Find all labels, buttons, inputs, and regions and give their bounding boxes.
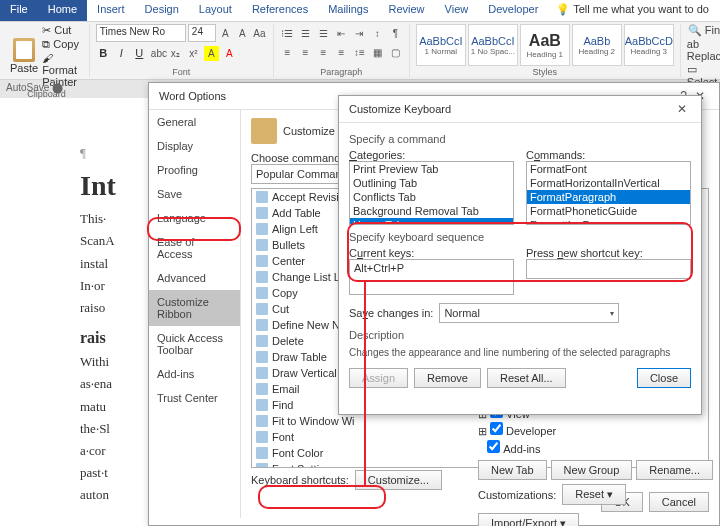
nav-general[interactable]: General	[149, 110, 240, 134]
ck-command-item[interactable]: FormatHorizontalInVertical	[527, 176, 690, 190]
font-group-label: Font	[172, 66, 190, 77]
save-changes-combo[interactable]: Normal	[439, 303, 619, 323]
grow-font-icon[interactable]: A	[218, 26, 233, 41]
style-heading3[interactable]: AaBbCcDHeading 3	[624, 24, 674, 66]
tab-mailings[interactable]: Mailings	[318, 0, 378, 21]
align-center-icon[interactable]: ≡	[298, 45, 313, 60]
import-export-button[interactable]: Import/Export ▾	[478, 513, 579, 526]
strike-icon[interactable]: abc	[150, 46, 165, 61]
word-options-title: Word Options	[159, 90, 226, 102]
current-keys-box[interactable]: Alt+Ctrl+P	[349, 259, 514, 295]
customize-keyboard-dialog: Customize Keyboard ✕ Specify a command C…	[338, 95, 702, 415]
justify-icon[interactable]: ≡	[334, 45, 349, 60]
new-tab-button[interactable]: New Tab	[478, 460, 547, 480]
save-changes-label: Save changes in:	[349, 307, 433, 319]
cut-button[interactable]: ✂ Cut	[42, 24, 83, 37]
check-developer[interactable]	[490, 422, 503, 435]
align-left-icon[interactable]: ≡	[280, 45, 295, 60]
cancel-button[interactable]: Cancel	[649, 492, 709, 512]
line-spacing-icon[interactable]: ↕≡	[352, 45, 367, 60]
specify-command-label: Specify a command	[349, 133, 691, 145]
nav-ease[interactable]: Ease of Access	[149, 230, 240, 266]
shrink-font-icon[interactable]: A	[235, 26, 250, 41]
categories-listbox[interactable]: Print Preview TabOutlining TabConflicts …	[349, 161, 514, 225]
pilcrow-icon[interactable]: ¶	[388, 26, 403, 41]
nav-trust[interactable]: Trust Center	[149, 386, 240, 410]
nav-customize-ribbon[interactable]: Customize Ribbon	[149, 290, 240, 326]
ribbon-tabs: File Home Insert Design Layout Reference…	[0, 0, 720, 22]
bold-icon[interactable]: B	[96, 46, 111, 61]
rename-button[interactable]: Rename...	[636, 460, 713, 480]
superscript-icon[interactable]: x²	[186, 46, 201, 61]
reset-button[interactable]: Reset ▾	[562, 484, 626, 505]
reset-all-button[interactable]: Reset All...	[487, 368, 566, 388]
replace-button[interactable]: ab Replace	[687, 38, 720, 62]
font-color-icon[interactable]: A	[222, 46, 237, 61]
ck-close-button[interactable]: Close	[637, 368, 691, 388]
nav-qat[interactable]: Quick Access Toolbar	[149, 326, 240, 362]
category-item[interactable]: Home Tab	[350, 218, 513, 225]
styles-gallery[interactable]: AaBbCcI1 Normal AaBbCcI1 No Spac... AaBH…	[416, 24, 674, 66]
indent-right-icon[interactable]: ⇥	[352, 26, 367, 41]
tab-design[interactable]: Design	[135, 0, 189, 21]
ck-command-item[interactable]: FormatPhoneticGuide	[527, 204, 690, 218]
assign-button: Assign	[349, 368, 408, 388]
tab-developer[interactable]: Developer	[478, 0, 548, 21]
multilevel-icon[interactable]: ☰	[316, 26, 331, 41]
customize-button[interactable]: Customize...	[355, 470, 442, 490]
ck-close-icon[interactable]: ✕	[673, 102, 691, 116]
tab-review[interactable]: Review	[379, 0, 435, 21]
customizations-label: Customizations:	[478, 489, 556, 501]
tell-me-search[interactable]: 💡 Tell me what you want to do	[548, 0, 720, 21]
font-name-select[interactable]: Times New Ro	[96, 24, 186, 42]
tab-references[interactable]: References	[242, 0, 318, 21]
description-label: Description	[349, 329, 691, 341]
category-item[interactable]: Print Preview Tab	[350, 162, 513, 176]
ck-command-item[interactable]: FormatFont	[527, 162, 690, 176]
subscript-icon[interactable]: x₂	[168, 46, 183, 61]
ck-command-item[interactable]: FormattingPane	[527, 218, 690, 225]
word-options-nav: General Display Proofing Save Language E…	[149, 110, 241, 518]
italic-icon[interactable]: I	[114, 46, 129, 61]
font-size-select[interactable]: 24	[188, 24, 216, 42]
new-key-input[interactable]	[526, 259, 691, 279]
nav-language[interactable]: Language	[149, 206, 240, 230]
category-item[interactable]: Background Removal Tab	[350, 204, 513, 218]
numbering-icon[interactable]: ☰	[298, 26, 313, 41]
change-case-icon[interactable]: Aa	[252, 26, 267, 41]
copy-button[interactable]: ⧉ Copy	[42, 38, 83, 51]
nav-save[interactable]: Save	[149, 182, 240, 206]
find-button[interactable]: 🔍 Find	[688, 24, 720, 37]
ck-commands-listbox[interactable]: FormatFontFormatHorizontalInVerticalForm…	[526, 161, 691, 225]
style-nospacing[interactable]: AaBbCcI1 No Spac...	[468, 24, 518, 66]
nav-proofing[interactable]: Proofing	[149, 158, 240, 182]
sort-icon[interactable]: ↕	[370, 26, 385, 41]
category-item[interactable]: Outlining Tab	[350, 176, 513, 190]
highlight-icon[interactable]: A	[204, 46, 219, 61]
shading-icon[interactable]: ▦	[370, 45, 385, 60]
remove-button[interactable]: Remove	[414, 368, 481, 388]
check-addins[interactable]	[487, 440, 500, 453]
tab-layout[interactable]: Layout	[189, 0, 242, 21]
underline-icon[interactable]: U	[132, 46, 147, 61]
indent-left-icon[interactable]: ⇤	[334, 26, 349, 41]
commands-label: Commands:	[526, 149, 691, 161]
nav-advanced[interactable]: Advanced	[149, 266, 240, 290]
tab-view[interactable]: View	[435, 0, 479, 21]
style-heading1[interactable]: AaBHeading 1	[520, 24, 570, 66]
style-heading2[interactable]: AaBbHeading 2	[572, 24, 622, 66]
customize-icon	[251, 118, 277, 144]
tab-file[interactable]: File	[0, 0, 38, 21]
ck-command-item[interactable]: FormatParagraph	[527, 190, 690, 204]
bullets-icon[interactable]: ⁝☰	[280, 26, 295, 41]
paste-button[interactable]: Paste	[10, 38, 38, 74]
tab-home[interactable]: Home	[38, 0, 87, 21]
new-group-button[interactable]: New Group	[551, 460, 633, 480]
category-item[interactable]: Conflicts Tab	[350, 190, 513, 204]
nav-display[interactable]: Display	[149, 134, 240, 158]
tab-insert[interactable]: Insert	[87, 0, 135, 21]
nav-addins[interactable]: Add-ins	[149, 362, 240, 386]
align-right-icon[interactable]: ≡	[316, 45, 331, 60]
borders-icon[interactable]: ▢	[388, 45, 403, 60]
style-normal[interactable]: AaBbCcI1 Normal	[416, 24, 466, 66]
